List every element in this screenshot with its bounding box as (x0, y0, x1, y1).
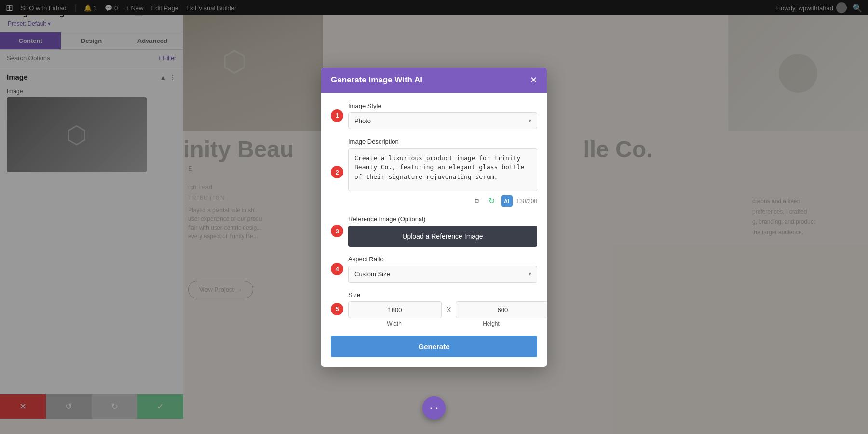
width-input[interactable] (348, 301, 442, 318)
size-label: Size (348, 291, 537, 298)
image-style-label: Image Style (348, 102, 537, 109)
upload-reference-button[interactable]: Upload a Reference Image (348, 226, 537, 247)
modal-body: 1 Image Style Photo Illustration 3D Sket… (321, 93, 547, 367)
generate-image-modal: Generate Image With AI ✕ 1 Image Style P… (321, 68, 547, 367)
image-description-textarea[interactable]: Create a luxurious product image for Tri… (348, 148, 537, 191)
reference-image-label: Reference Image (Optional) (348, 216, 537, 223)
step-1-circle: 1 (331, 109, 343, 122)
image-description-field: 2 Image Description Create a luxurious p… (348, 138, 537, 207)
step-3-circle: 3 (331, 225, 343, 237)
step-5-circle: 5 (331, 303, 343, 315)
modal-title: Generate Image With AI (331, 75, 422, 85)
reference-image-field: 3 Reference Image (Optional) Upload a Re… (348, 216, 537, 247)
aspect-ratio-field: 4 Aspect Ratio Custom Size 1:1 16:9 4:3 … (348, 256, 537, 283)
image-style-select-wrapper: Photo Illustration 3D Sketch Watercolor … (348, 112, 537, 129)
char-count: 130/200 (516, 198, 537, 204)
modal-close-button[interactable]: ✕ (530, 76, 537, 84)
step-4-circle: 4 (331, 263, 343, 275)
copy-icon[interactable]: ⧉ (472, 196, 483, 206)
height-label: Height (445, 320, 537, 327)
aspect-ratio-select[interactable]: Custom Size 1:1 16:9 4:3 9:16 3:4 (348, 266, 537, 283)
image-style-select[interactable]: Photo Illustration 3D Sketch Watercolor (348, 112, 537, 129)
aspect-ratio-label: Aspect Ratio (348, 256, 537, 263)
refresh-icon[interactable]: ↻ (487, 196, 497, 206)
width-label: Width (348, 320, 440, 327)
size-field: 5 Size X Width Height (348, 291, 537, 327)
height-input[interactable] (456, 301, 547, 318)
fab-button[interactable]: ··· (422, 396, 446, 420)
size-x-separator: X (447, 306, 451, 313)
modal-overlay: Generate Image With AI ✕ 1 Image Style P… (0, 0, 868, 434)
image-description-label: Image Description (348, 138, 537, 145)
aspect-ratio-select-wrapper: Custom Size 1:1 16:9 4:3 9:16 3:4 ▾ (348, 266, 537, 283)
ai-badge: AI (501, 195, 513, 207)
generate-button[interactable]: Generate (331, 336, 537, 357)
image-style-field: 1 Image Style Photo Illustration 3D Sket… (348, 102, 537, 129)
size-inputs: X (348, 301, 537, 318)
modal-header: Generate Image With AI ✕ (321, 68, 547, 93)
textarea-wrapper: Create a luxurious product image for Tri… (348, 148, 537, 207)
step-2-circle: 2 (331, 166, 343, 178)
